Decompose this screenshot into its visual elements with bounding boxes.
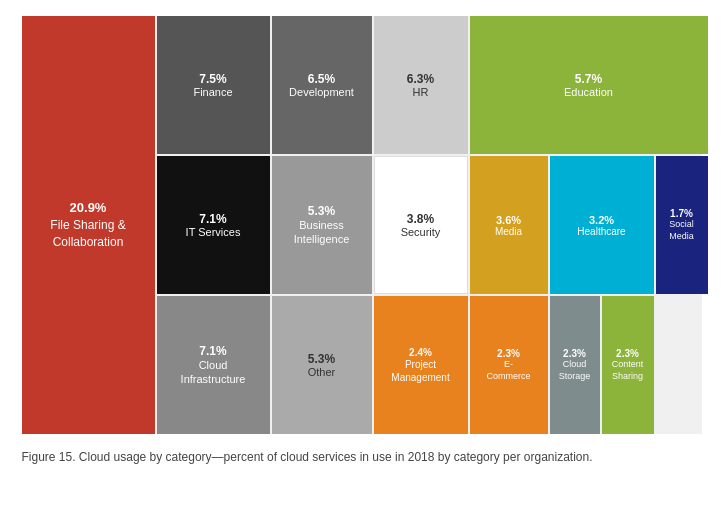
cell-cloud-infra: 7.1% CloudInfrastructure <box>157 296 270 434</box>
cell-healthcare: 3.2% Healthcare <box>550 156 654 294</box>
pct-file-sharing: 20.9% <box>70 200 107 215</box>
cell-finance: 7.5% Finance <box>157 16 270 154</box>
caption: Figure 15. Cloud usage by category—perce… <box>22 448 702 466</box>
cell-e-commerce: 2.3% E-Commerce <box>470 296 548 434</box>
label-file-sharing: File Sharing &Collaboration <box>50 217 125 251</box>
cell-security: 3.8% Security <box>374 156 468 294</box>
cell-media: 3.6% Media <box>470 156 548 294</box>
cell-proj-mgmt: 2.4% ProjectManagement <box>374 296 468 434</box>
cell-hr: 6.3% HR <box>374 16 468 154</box>
cell-it-services: 7.1% IT Services <box>157 156 270 294</box>
cell-business-intel: 5.3% BusinessIntelligence <box>272 156 372 294</box>
cell-content-sharing: 2.3% ContentSharing <box>602 296 654 434</box>
cell-cloud-storage: 2.3% CloudStorage <box>550 296 600 434</box>
cell-development: 6.5% Development <box>272 16 372 154</box>
cell-education: 5.7% Education <box>470 16 708 154</box>
cell-social-media: 1.7% SocialMedia <box>656 156 708 294</box>
cell-file-sharing: 20.9% File Sharing &Collaboration <box>22 16 155 434</box>
cell-other: 5.3% Other <box>272 296 372 434</box>
